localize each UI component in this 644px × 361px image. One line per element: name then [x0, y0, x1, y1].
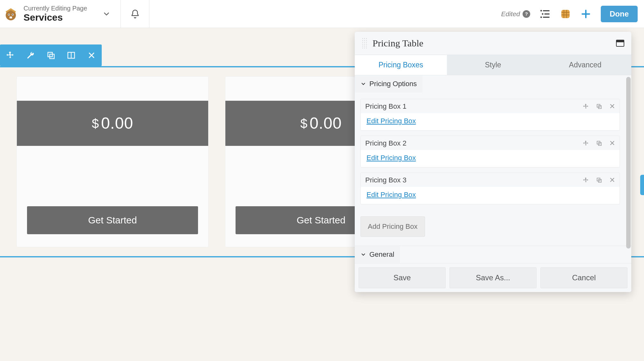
- edited-status: Edited ?: [501, 10, 530, 18]
- beaver-logo-icon: [3, 6, 19, 22]
- item-remove-button[interactable]: [609, 177, 615, 183]
- svg-rect-11: [543, 17, 549, 17]
- panel-tabs: Pricing Boxes Style Advanced: [355, 55, 631, 75]
- assets-button[interactable]: [560, 9, 571, 19]
- drag-handle-icon[interactable]: [362, 37, 367, 49]
- svg-point-4: [12, 14, 13, 15]
- right-edge-indicator[interactable]: [640, 175, 644, 195]
- add-pricing-box-button[interactable]: Add Pricing Box: [360, 216, 425, 237]
- duplicate-icon: [596, 140, 602, 146]
- chevron-down-icon: [360, 81, 366, 87]
- close-icon: [88, 51, 95, 59]
- move-icon: [583, 140, 589, 146]
- move-icon: [6, 51, 15, 60]
- svg-rect-13: [48, 52, 52, 57]
- settings-panel: Pricing Table Pricing Boxes Style Advanc…: [355, 32, 631, 292]
- panel-title: Pricing Table: [373, 38, 610, 49]
- section-pricing-options: Pricing Options Pricing Box 1 Edit Pric: [355, 75, 631, 246]
- close-icon: [609, 103, 615, 109]
- tab-pricing-boxes[interactable]: Pricing Boxes: [355, 55, 447, 75]
- pricing-item: Pricing Box 1 Edit Pricing Box: [360, 99, 620, 131]
- pricing-item: Pricing Box 3 Edit Pricing Box: [360, 173, 620, 204]
- section-header-pricing-options[interactable]: Pricing Options: [355, 75, 422, 92]
- svg-point-8: [542, 13, 544, 15]
- currency-symbol: $: [92, 116, 99, 131]
- currency-symbol: $: [300, 116, 308, 131]
- pricing-item-list: Pricing Box 1 Edit Pricing Box Pricing B…: [355, 92, 631, 204]
- add-content-button[interactable]: [580, 9, 591, 19]
- topbar: Currently Editing Page Services Edited ?: [0, 0, 644, 28]
- chevron-down-icon: [360, 252, 366, 257]
- panel-footer: Save Save As... Cancel: [355, 263, 631, 292]
- bell-icon: [130, 9, 140, 19]
- outline-icon: [540, 9, 551, 19]
- svg-rect-12: [561, 10, 570, 18]
- svg-rect-18: [616, 40, 624, 42]
- svg-rect-9: [545, 13, 550, 14]
- wrench-icon: [26, 51, 35, 60]
- panel-header: Pricing Table: [355, 32, 631, 55]
- item-move-button[interactable]: [583, 177, 589, 183]
- outline-button[interactable]: [540, 9, 551, 19]
- pricing-item: Pricing Box 2 Edit Pricing Box: [360, 136, 620, 167]
- waffle-icon: [560, 9, 571, 19]
- svg-rect-5: [10, 17, 12, 18]
- window-icon: [616, 40, 624, 47]
- duplicate-icon: [596, 177, 602, 183]
- pricing-card[interactable]: $ 0.00 Get Started: [17, 76, 209, 247]
- columns-icon: [67, 51, 76, 60]
- remove-button[interactable]: [81, 44, 102, 66]
- item-duplicate-button[interactable]: [596, 177, 602, 183]
- done-button[interactable]: Done: [601, 6, 638, 22]
- close-icon: [609, 177, 615, 183]
- scrollbar-thumb[interactable]: [626, 77, 631, 249]
- edited-label: Edited: [501, 10, 520, 18]
- edit-pricing-box-link[interactable]: Edit Pricing Box: [367, 191, 416, 199]
- section-label: General: [369, 250, 394, 259]
- editing-label: Currently Editing Page: [24, 5, 87, 12]
- svg-point-6: [540, 10, 542, 11]
- item-duplicate-button[interactable]: [596, 103, 602, 110]
- edit-pricing-box-link[interactable]: Edit Pricing Box: [367, 154, 416, 162]
- cancel-button[interactable]: Cancel: [540, 267, 627, 288]
- item-duplicate-button[interactable]: [596, 140, 602, 146]
- save-button[interactable]: Save: [359, 267, 446, 288]
- topbar-left: Currently Editing Page Services: [0, 0, 92, 28]
- price-value: 0.00: [310, 114, 342, 133]
- move-icon: [583, 177, 589, 183]
- pricing-item-title: Pricing Box 2: [365, 139, 583, 147]
- tab-style[interactable]: Style: [447, 55, 539, 75]
- page-dropdown-button[interactable]: [92, 0, 121, 28]
- module-toolbar: [0, 44, 102, 66]
- pricing-item-title: Pricing Box 3: [365, 176, 583, 184]
- svg-point-2: [9, 14, 10, 15]
- item-remove-button[interactable]: [609, 103, 615, 110]
- settings-button[interactable]: [20, 44, 41, 66]
- price-value: 0.00: [101, 114, 133, 133]
- item-move-button[interactable]: [583, 140, 589, 146]
- svg-rect-7: [543, 10, 549, 11]
- help-icon[interactable]: ?: [523, 10, 530, 18]
- tab-advanced[interactable]: Advanced: [539, 55, 631, 75]
- edit-pricing-box-link[interactable]: Edit Pricing Box: [367, 117, 416, 125]
- plus-icon: [580, 9, 591, 19]
- price-band: $ 0.00: [17, 101, 208, 146]
- move-button[interactable]: [0, 44, 20, 66]
- cta-button[interactable]: Get Started: [27, 206, 198, 234]
- duplicate-icon: [46, 51, 55, 60]
- page-title: Services: [24, 12, 87, 23]
- column-button[interactable]: [61, 44, 81, 66]
- duplicate-icon: [596, 103, 602, 110]
- section-general: General: [355, 246, 631, 263]
- svg-point-10: [540, 16, 542, 18]
- section-header-general[interactable]: General: [355, 246, 400, 263]
- item-move-button[interactable]: [583, 103, 589, 110]
- save-as-button[interactable]: Save As...: [449, 267, 537, 288]
- item-remove-button[interactable]: [609, 140, 615, 146]
- duplicate-button[interactable]: [41, 44, 61, 66]
- notifications-button[interactable]: [121, 0, 149, 28]
- panel-resize-button[interactable]: [616, 40, 624, 47]
- move-icon: [583, 103, 589, 110]
- topbar-right: Edited ? Done: [501, 0, 644, 28]
- page-title-block: Currently Editing Page Services: [24, 5, 87, 23]
